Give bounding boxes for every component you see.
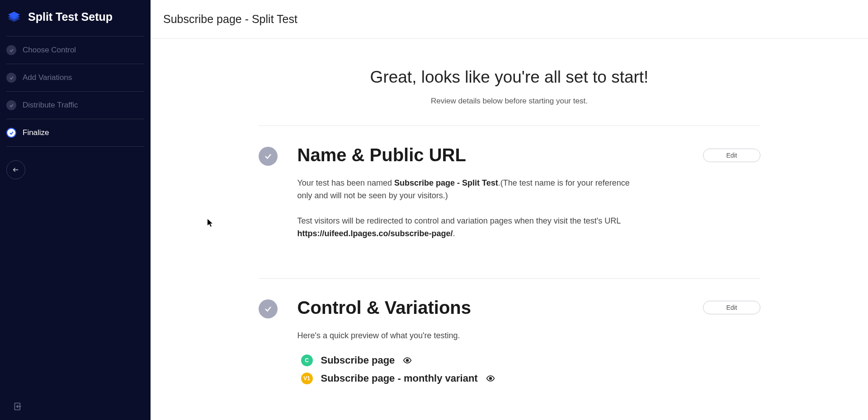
control-badge: C xyxy=(301,355,313,366)
back-button[interactable] xyxy=(6,160,25,179)
sidebar-header: Split Test Setup xyxy=(0,0,151,36)
step-label: Choose Control xyxy=(23,46,76,55)
step-distribute-traffic[interactable]: Distribute Traffic xyxy=(6,91,144,119)
step-label: Add Variations xyxy=(23,73,72,82)
check-icon xyxy=(6,128,16,138)
name-paragraph: Your test has been named Subscribe page … xyxy=(297,177,632,202)
eye-icon[interactable] xyxy=(486,374,495,383)
section-body: Control & Variations Edit Here's a quick… xyxy=(297,298,760,391)
check-icon xyxy=(6,73,16,83)
page-title: Subscribe page - Split Test xyxy=(163,13,855,26)
content: Great, looks like you're all set to star… xyxy=(250,39,769,416)
svg-point-7 xyxy=(489,378,491,380)
hero-subtitle: Review details below before starting you… xyxy=(259,97,760,106)
section-title: Name & Public URL xyxy=(297,145,466,165)
edit-variations-button[interactable]: Edit xyxy=(703,301,760,314)
hero: Great, looks like you're all set to star… xyxy=(259,39,760,126)
test-url: https://uifeed.lpages.co/subscribe-page/ xyxy=(297,229,453,238)
check-icon xyxy=(6,45,16,55)
step-label: Distribute Traffic xyxy=(23,101,78,110)
wizard-steps: Choose Control Add Variations Distribute… xyxy=(0,36,151,147)
variant-row-control: C Subscribe page xyxy=(301,355,760,366)
layers-icon xyxy=(7,10,21,23)
text: Test visitors will be redirected to cont… xyxy=(297,216,621,225)
section-head: Name & Public URL Edit xyxy=(297,145,760,165)
section-title: Control & Variations xyxy=(297,298,472,318)
test-name: Subscribe page - Split Test xyxy=(394,178,498,187)
svg-point-6 xyxy=(406,359,409,362)
text: . xyxy=(453,229,455,238)
eye-icon[interactable] xyxy=(403,356,412,365)
section-body: Name & Public URL Edit Your test has bee… xyxy=(297,145,760,253)
main: Subscribe page - Split Test Great, looks… xyxy=(151,0,868,420)
step-label: Finalize xyxy=(23,128,49,137)
variation-badge: V1 xyxy=(301,373,313,384)
check-icon xyxy=(259,299,278,318)
variant-row-variation: V1 Subscribe page - monthly variant xyxy=(301,373,760,384)
section-head: Control & Variations Edit xyxy=(297,298,760,318)
url-paragraph: Test visitors will be redirected to cont… xyxy=(297,215,632,240)
variations-intro: Here's a quick preview of what you're te… xyxy=(297,330,632,342)
variant-name: Subscribe page - monthly variant xyxy=(321,373,478,384)
text: Your test has been named xyxy=(297,178,395,187)
sidebar: Split Test Setup Choose Control Add Vari… xyxy=(0,0,151,420)
step-add-variations[interactable]: Add Variations xyxy=(6,64,144,91)
hero-title: Great, looks like you're all set to star… xyxy=(259,68,760,87)
variant-name: Subscribe page xyxy=(321,355,395,366)
edit-name-button[interactable]: Edit xyxy=(703,149,760,162)
main-header: Subscribe page - Split Test xyxy=(151,0,868,39)
check-icon xyxy=(259,147,278,166)
step-finalize[interactable]: Finalize xyxy=(6,119,144,147)
section-name-url: Name & Public URL Edit Your test has bee… xyxy=(259,126,760,278)
section-control-variations: Control & Variations Edit Here's a quick… xyxy=(259,278,760,416)
exit-icon[interactable] xyxy=(14,402,23,411)
step-choose-control[interactable]: Choose Control xyxy=(6,36,144,64)
sidebar-title: Split Test Setup xyxy=(28,10,113,23)
check-icon xyxy=(6,100,16,110)
arrow-left-icon xyxy=(12,166,19,173)
variant-list: C Subscribe page V1 Subscribe page - mon… xyxy=(297,355,760,384)
